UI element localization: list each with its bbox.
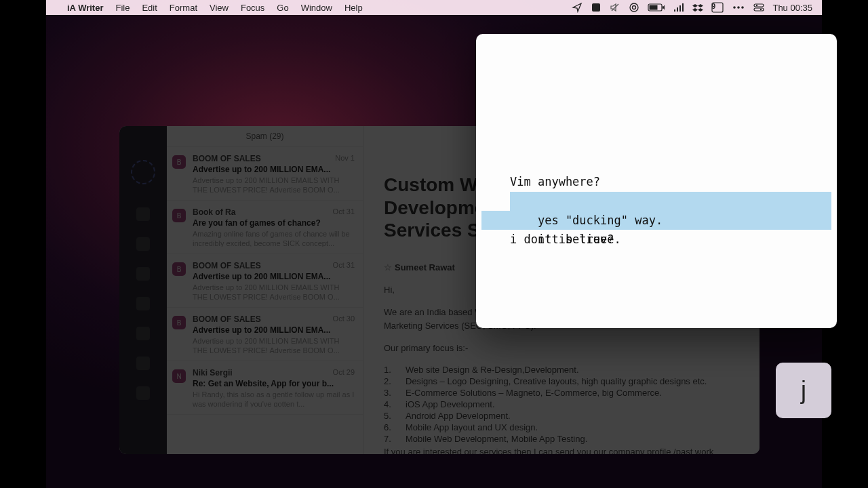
menu-go[interactable]: Go [271,0,294,15]
svg-point-18 [760,9,762,10]
menu-view[interactable]: View [203,0,235,15]
svg-rect-8 [677,7,678,12]
clock[interactable]: Thu 00:35 [772,3,812,13]
svg-rect-10 [682,3,684,12]
svg-point-2 [630,3,638,12]
svg-point-16 [756,5,757,6]
control-center-icon[interactable] [753,2,764,13]
location-icon[interactable] [572,2,583,13]
menu-window[interactable]: Window [295,0,338,15]
calendar-icon[interactable]: 9 [711,2,724,13]
svg-rect-0 [592,3,600,12]
menubar: iA Writer File Edit Format View Focus Go… [46,0,822,15]
menu-file[interactable]: File [109,0,136,15]
keystroke-key: j [801,376,806,405]
svg-point-13 [738,6,741,9]
battery-icon[interactable] [648,3,665,12]
svg-rect-6 [663,6,664,9]
svg-rect-7 [674,9,675,12]
menu-focus[interactable]: Focus [235,0,271,15]
svg-point-14 [742,6,745,9]
svg-point-3 [633,6,636,9]
menu-edit[interactable]: Edit [136,0,163,15]
more-icon[interactable] [732,3,745,12]
menu-help[interactable]: Help [338,0,369,15]
dropbox-icon[interactable] [692,2,703,13]
svg-rect-15 [754,4,764,7]
signal-icon[interactable] [673,2,684,13]
apple-menu[interactable] [46,0,61,15]
svg-line-1 [612,4,618,11]
editor-window[interactable]: Vim anywhere? yes "ducking" way. i don't… [476,34,837,328]
app-menu[interactable]: iA Writer [61,0,109,15]
svg-point-12 [734,6,736,9]
editor-line: it is true? [510,230,614,249]
svg-rect-9 [679,5,681,12]
keystroke-overlay: j [776,363,831,418]
volume-muted-icon[interactable] [610,2,620,13]
menu-format[interactable]: Format [163,0,203,15]
editor-text-area[interactable]: Vim anywhere? yes "ducking" way. i don't… [476,153,837,230]
svg-rect-17 [754,8,764,11]
desktop-wallpaper: iA Writer File Edit Format View Focus Go… [46,0,822,488]
circle-icon[interactable] [629,2,639,13]
app-icon-square[interactable] [591,2,601,13]
svg-rect-5 [650,5,658,10]
